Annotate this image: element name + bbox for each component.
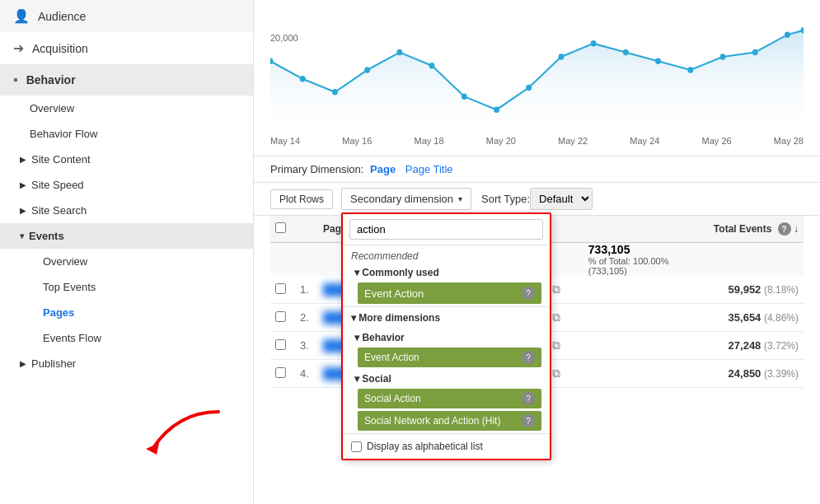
dim-page-title-link[interactable]: Page Title [405, 163, 453, 175]
recommended-label: Recommended [343, 245, 550, 264]
total-pct: % of Total: 100.00% [588, 256, 804, 266]
event-action-help-icon[interactable]: ? [522, 287, 535, 300]
sidebar-item-pages[interactable]: Pages [0, 300, 253, 325]
sidebar-item-publisher[interactable]: ▶ Publisher [0, 351, 253, 376]
svg-point-9 [526, 85, 532, 91]
sidebar-item-events-flow[interactable]: Events Flow [0, 325, 253, 351]
x-label-1: May 16 [342, 136, 372, 146]
svg-point-10 [558, 54, 564, 60]
svg-point-4 [364, 67, 370, 73]
social-network-help-icon[interactable]: ? [522, 414, 535, 427]
x-label-7: May 28 [774, 136, 804, 146]
svg-point-11 [591, 40, 597, 47]
x-label-0: May 14 [270, 136, 300, 146]
site-speed-caret: ▶ [20, 180, 26, 189]
row1-copy-icon[interactable]: ⧉ [552, 282, 560, 296]
event-action-behavior-item[interactable]: Event Action ? [358, 348, 541, 367]
svg-point-8 [494, 106, 499, 113]
x-label-5: May 24 [630, 136, 659, 146]
total-events-help-icon[interactable]: ? [778, 222, 791, 236]
sidebar-item-events-overview[interactable]: Overview [0, 249, 253, 274]
col-checkbox [270, 216, 295, 243]
dim-page-link[interactable]: Page [370, 163, 396, 175]
svg-point-14 [687, 67, 693, 73]
sort-arrow: ↓ [794, 223, 799, 235]
x-label-3: May 20 [486, 136, 516, 146]
sidebar-item-site-speed[interactable]: ▶ Site Speed [0, 172, 253, 198]
chart-svg [270, 8, 804, 132]
primary-dimension-label: Primary Dimension: [270, 163, 363, 175]
sidebar: 👤 Audience ➜ Acquisition ▪ Behavior Over… [0, 0, 254, 504]
more-dimensions-label[interactable]: ▾ More dimensions [343, 306, 550, 329]
behavior-caret: ▾ [354, 332, 362, 343]
chart-area: 20,000 [254, 0, 820, 156]
event-action-top-item[interactable]: Event Action ? [358, 282, 541, 304]
x-label-2: May 18 [415, 136, 444, 146]
row2-copy-icon[interactable]: ⧉ [552, 310, 560, 324]
svg-point-15 [720, 54, 726, 60]
main-content: 20,000 [254, 0, 820, 504]
social-group-label: ▾ Social [343, 370, 550, 386]
svg-point-13 [655, 58, 661, 65]
x-label-6: May 26 [702, 136, 732, 146]
sort-type-select[interactable]: Default [530, 188, 593, 210]
total-pct-val: (733,105) [588, 266, 804, 276]
row2-events: 35,654 (4.86%) [588, 304, 804, 332]
svg-point-12 [623, 49, 629, 55]
commonly-used-label: ▾ Commonly used [343, 264, 550, 280]
dropdown-search-container [343, 214, 550, 245]
col-num [295, 216, 318, 243]
svg-point-16 [752, 49, 758, 55]
row4-copy-icon[interactable]: ⧉ [552, 366, 560, 380]
plot-rows-button[interactable]: Plot Rows [270, 189, 333, 209]
sidebar-item-events[interactable]: ▾ Events [0, 223, 253, 249]
row4-events: 24,850 (3.39%) [588, 360, 804, 388]
svg-point-3 [332, 89, 338, 96]
svg-point-17 [785, 31, 790, 38]
sidebar-item-acquisition[interactable]: ➜ Acquisition [0, 32, 253, 64]
row1-events: 59,952 (8.18%) [588, 276, 804, 304]
dropdown-search-input[interactable] [349, 219, 543, 240]
sidebar-item-audience[interactable]: 👤 Audience [0, 0, 253, 32]
secondary-dimension-button[interactable]: Secondary dimension ▾ [341, 188, 471, 210]
total-events-value: 733,105 [588, 243, 804, 256]
dropdown-footer: Display as alphabetical list [343, 433, 550, 459]
alphabetical-checkbox[interactable] [351, 441, 362, 452]
row2-checkbox[interactable] [275, 311, 286, 322]
col-copy [547, 216, 588, 243]
social-action-help-icon[interactable]: ? [522, 392, 535, 405]
row3-checkbox[interactable] [275, 339, 286, 350]
behavior-group-label: ▾ ▾ BehaviorBehavior [343, 329, 550, 345]
row3-num: 3. [295, 332, 318, 360]
publisher-caret: ▶ [20, 359, 26, 368]
sidebar-item-overview[interactable]: Overview [0, 96, 253, 121]
row2-num: 2. [295, 304, 318, 332]
sidebar-item-behavior-flow[interactable]: Behavior Flow [0, 121, 253, 147]
acquisition-icon: ➜ [13, 40, 24, 56]
behavior-event-action-help-icon[interactable]: ? [522, 351, 535, 364]
social-action-item[interactable]: Social Action ? [358, 389, 541, 408]
select-all-checkbox[interactable] [275, 222, 286, 233]
secondary-dimension-container: Secondary dimension ▾ Recommended ▾ Comm… [341, 188, 471, 210]
sidebar-item-site-content[interactable]: ▶ Site Content [0, 147, 253, 172]
row4-num: 4. [295, 360, 318, 388]
sort-type-label: Sort Type: [481, 193, 530, 205]
sidebar-item-behavior[interactable]: ▪ Behavior [0, 64, 253, 96]
svg-point-7 [462, 93, 467, 100]
secondary-dim-caret: ▾ [458, 194, 462, 203]
row1-checkbox[interactable] [275, 283, 286, 294]
social-network-item[interactable]: Social Network and Action (Hit) ? [358, 411, 541, 431]
svg-point-5 [396, 49, 402, 55]
sidebar-item-top-events[interactable]: Top Events [0, 274, 253, 300]
behavior-icon: ▪ [13, 72, 18, 87]
svg-point-6 [429, 63, 435, 69]
row4-checkbox[interactable] [275, 367, 286, 378]
col-total-events[interactable]: Total Events ? ↓ [588, 216, 804, 243]
primary-dimension-row: Primary Dimension: Page Page Title [254, 156, 820, 183]
toolbar-row: Plot Rows Secondary dimension ▾ Recommen… [254, 183, 820, 216]
row3-copy-icon[interactable]: ⧉ [552, 338, 560, 352]
sidebar-item-site-search[interactable]: ▶ Site Search [0, 198, 253, 223]
audience-icon: 👤 [13, 8, 30, 24]
y-axis-label: 20,000 [270, 33, 298, 43]
secondary-dimension-dropdown: Recommended ▾ Commonly used Event Action… [341, 212, 551, 460]
